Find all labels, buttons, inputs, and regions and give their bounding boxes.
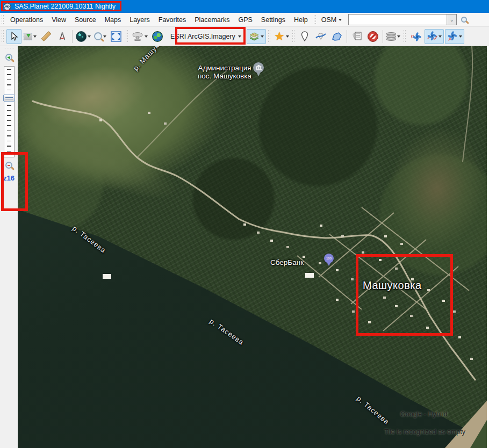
toolbar-drag-handle[interactable]	[404, 30, 406, 43]
toolbar-separator	[72, 30, 73, 43]
chevron-down-icon	[397, 35, 400, 38]
village-label: Машуковка	[363, 279, 422, 292]
toolbar-drag-handle[interactable]	[126, 30, 128, 43]
fullscreen-icon	[111, 31, 121, 42]
dark-globe-button[interactable]	[74, 31, 92, 42]
toolbar-drag-handle[interactable]	[2, 30, 4, 43]
goto-toolbar-drag-handle[interactable]	[314, 15, 317, 25]
gps-track-icon	[427, 31, 437, 42]
chevron-down-icon	[88, 35, 91, 38]
map-right-margin	[487, 46, 489, 448]
sberbank-pin-icon[interactable]: 100	[324, 254, 334, 266]
chevron-down-icon	[261, 35, 264, 38]
map-source-label: ESRI ArcGIS.Imagery	[170, 33, 235, 40]
layers-button[interactable]	[247, 29, 266, 44]
menu-settings[interactable]: Settings	[257, 14, 290, 26]
cache-db-button[interactable]	[385, 32, 402, 41]
ruler-icon	[41, 31, 51, 41]
add-polygon-button[interactable]	[329, 29, 344, 44]
layers-icon	[249, 32, 260, 41]
building	[305, 273, 314, 278]
osm-dropdown-button[interactable]: OSM	[318, 14, 345, 26]
placemark-list-button[interactable]	[349, 29, 364, 44]
gps-position-button[interactable]	[445, 29, 464, 44]
roads-overlay	[18, 46, 487, 448]
hide-placemarks-button[interactable]	[365, 29, 380, 44]
menu-maps[interactable]: Maps	[100, 14, 126, 26]
chevron-down-icon	[145, 35, 148, 38]
building	[103, 274, 111, 279]
selection-download-icon	[24, 33, 32, 40]
menu-layers[interactable]: Layers	[125, 14, 154, 26]
chevron-down-icon	[459, 35, 462, 38]
admin-label-line2: пос. Машуковка	[195, 72, 254, 80]
gps-position-icon	[447, 31, 458, 42]
app-icon	[3, 3, 11, 11]
favorites-star-icon: ★	[274, 31, 285, 42]
hide-placemarks-icon	[368, 31, 378, 42]
zoom-slider[interactable]	[4, 66, 15, 157]
cache-layer-button[interactable]	[130, 32, 149, 41]
add-placemark-button[interactable]	[297, 29, 312, 44]
goto-input[interactable]	[349, 15, 447, 25]
map-canvas[interactable]: Администрация пос. Машуковка р. Машуковк…	[18, 46, 487, 448]
search-icon[interactable]	[461, 17, 467, 23]
menu-gps[interactable]: GPS	[234, 14, 256, 26]
sidebar-drag-handle[interactable]	[4, 47, 15, 49]
gps-signal-button[interactable]	[408, 29, 423, 44]
map-attribution: Google - Hybrid	[400, 410, 448, 418]
toolbar-drag-handle[interactable]	[268, 30, 271, 43]
add-polygon-icon	[331, 31, 343, 42]
chevron-down-icon	[438, 35, 442, 38]
gps-signal-icon	[410, 31, 422, 42]
cursor-icon	[10, 32, 18, 41]
menu-help[interactable]: Help	[290, 14, 312, 26]
main-toolbar: ESRI ArcGIS.Imagery ★	[0, 27, 489, 46]
admin-label-line1: Администрация	[195, 64, 254, 72]
sberbank-pin-text: 100	[326, 257, 332, 260]
combo-dropdown-button[interactable]: ⌄	[447, 15, 456, 25]
menu-source[interactable]: Source	[70, 14, 100, 26]
gps-track-button[interactable]	[425, 29, 444, 44]
cache-layer-icon	[132, 32, 143, 41]
cursor-tool-button[interactable]	[6, 29, 21, 44]
zoom-in-button[interactable]	[5, 54, 12, 61]
ruler-tool-button[interactable]	[39, 29, 54, 44]
measure-tool-button[interactable]	[55, 29, 70, 44]
chevron-down-icon	[103, 35, 106, 38]
map-source-button[interactable]: ESRI ArcGIS.Imagery	[166, 29, 246, 44]
admin-label: Администрация пос. Машуковка	[195, 64, 254, 80]
zoom-level-label: z16	[3, 174, 15, 182]
sberbank-label: СберБанк	[270, 258, 304, 266]
menu-operations[interactable]: Operations	[6, 14, 47, 26]
zoom-out-button[interactable]	[5, 162, 12, 169]
favorites-button[interactable]: ★	[272, 31, 291, 42]
chevron-down-icon	[33, 35, 37, 38]
fullscreen-button[interactable]	[109, 29, 124, 44]
menubar: Operations View Source Maps Layers Favor…	[0, 13, 489, 27]
menubar-drag-handle[interactable]	[2, 15, 4, 25]
zoom-slider-ticks	[7, 69, 11, 154]
chevron-down-icon	[339, 19, 342, 21]
menu-placemarks[interactable]: Placemarks	[190, 14, 234, 26]
toolbar-drag-handle[interactable]	[292, 30, 295, 43]
menu-favorites[interactable]: Favorites	[154, 14, 190, 26]
zoom-sidebar: z16	[0, 46, 18, 448]
zoom-tool-button[interactable]	[92, 32, 108, 40]
add-path-button[interactable]	[313, 29, 328, 44]
go-to-place-button[interactable]	[150, 29, 165, 44]
chevron-down-icon	[286, 35, 289, 38]
toolbar-separator	[347, 30, 347, 43]
goto-combobox[interactable]: ⌄	[348, 14, 457, 25]
menu-view[interactable]: View	[47, 14, 70, 26]
admin-pin-icon[interactable]	[253, 62, 264, 77]
village-houses	[18, 46, 20, 48]
toolbar-separator	[383, 30, 383, 43]
zoom-slider-handle[interactable]	[3, 95, 15, 102]
add-placemark-icon	[301, 31, 308, 42]
placemark-list-icon	[351, 31, 362, 42]
titlebar: SAS.Planet 221009.10311 Nightly	[0, 0, 489, 13]
window-title: SAS.Planet 221009.10311 Nightly	[15, 3, 116, 10]
zoom-tool-icon	[94, 32, 102, 40]
selection-tool-button[interactable]	[22, 33, 38, 40]
